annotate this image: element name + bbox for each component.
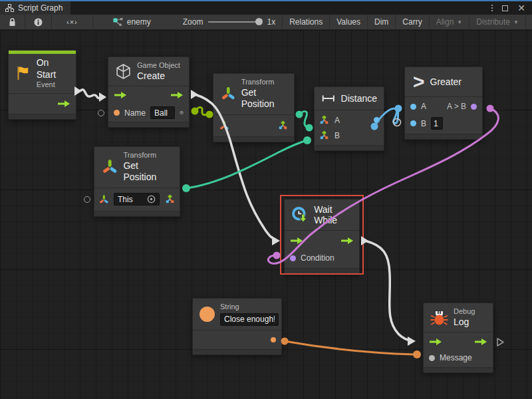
values-button[interactable]: Values [330, 15, 368, 29]
greater-output-port[interactable] [471, 104, 477, 110]
lock-icon [9, 18, 16, 27]
transform-input-port[interactable] [219, 120, 229, 131]
port-label-message: Message [440, 353, 472, 362]
node-create[interactable]: Game Object Create Name [108, 57, 190, 128]
port-label-condition: Condition [301, 253, 334, 263]
greater-input-a[interactable] [410, 104, 416, 110]
node-category: Debug [454, 307, 475, 317]
distribute-dropdown[interactable]: Distribute▼ [469, 15, 526, 29]
node-distance[interactable]: Distance A [314, 86, 384, 151]
info-icon [34, 18, 43, 27]
result-label: A > B [447, 102, 466, 111]
node-category: Game Object [137, 61, 180, 70]
carry-button[interactable]: Carry [396, 15, 429, 29]
inspect-button[interactable] [25, 15, 52, 29]
gameobject-output-port[interactable] [180, 107, 184, 118]
tab-script-graph[interactable]: Script Graph [0, 1, 70, 15]
flag-icon [14, 65, 31, 82]
graph-reference-icon [113, 17, 123, 27]
string-value-field[interactable] [220, 313, 279, 326]
port-label-b: B [421, 119, 426, 128]
distance-output-port[interactable] [374, 117, 380, 123]
relations-button[interactable]: Relations [283, 15, 330, 29]
dim-button[interactable]: Dim [368, 15, 396, 29]
zoom-slider-handle[interactable] [255, 18, 263, 25]
node-string[interactable]: String [192, 298, 282, 355]
vector3-input-port-a[interactable] [319, 114, 330, 126]
distance-icon [321, 94, 336, 103]
chevron-down-icon: ▼ [457, 19, 462, 25]
port-label: Name [124, 108, 146, 118]
node-title: Greater [430, 76, 462, 87]
window-controls: ✕ [491, 1, 532, 15]
chevron-down-icon: ▼ [513, 19, 519, 25]
target-value: This [118, 195, 144, 204]
object-picker-icon[interactable] [147, 195, 156, 203]
window-menu-icon[interactable] [491, 5, 493, 11]
string-circle-icon [200, 307, 215, 322]
node-get-position-a[interactable]: Transform Get Position [213, 73, 295, 142]
control-output-port[interactable] [57, 100, 70, 108]
zoom-value: 1x [267, 17, 275, 27]
code-view-button[interactable]: ‹×› [52, 15, 93, 29]
node-title: Get Position [241, 87, 287, 110]
control-input-port[interactable] [290, 237, 303, 245]
node-title: Wait While [314, 204, 352, 225]
vector3-output-port[interactable] [164, 194, 176, 205]
node-title: Distance [341, 93, 377, 104]
node-title: On Start [37, 57, 70, 80]
align-dropdown[interactable]: Align▼ [430, 15, 470, 29]
transform-icon [101, 158, 118, 176]
vector3-input-port-b[interactable] [319, 130, 330, 141]
transform-icon [220, 85, 236, 102]
unconnected-port-indicator[interactable] [98, 110, 104, 116]
unconnected-control-indicator[interactable] [496, 337, 505, 347]
transform-input-port[interactable] [98, 194, 109, 205]
node-wait-while[interactable]: Wait While Condition [284, 199, 360, 274]
code-icon: ‹×› [66, 18, 78, 26]
overview-button[interactable]: Overview [526, 15, 532, 29]
graph-canvas[interactable]: On Start Event [0, 30, 532, 399]
node-category: Transform [241, 78, 287, 87]
name-input-port[interactable] [114, 110, 120, 116]
control-output-port[interactable] [340, 237, 354, 245]
node-title: Get Position [123, 160, 173, 184]
zoom-label: Zoom [183, 17, 203, 27]
vector3-output-port[interactable] [277, 120, 289, 131]
node-get-position-b[interactable]: Transform Get Position This [94, 146, 180, 217]
graph-toolbar: ‹×› enemy Zoom 1x Relations Values Dim C… [0, 15, 532, 30]
port-label-a: A [334, 116, 340, 125]
condition-input-port[interactable] [290, 255, 296, 261]
control-input-port[interactable] [429, 338, 442, 346]
message-input-port[interactable] [429, 355, 435, 361]
greater-input-b[interactable] [410, 120, 416, 126]
string-output-port[interactable] [271, 337, 276, 342]
node-title: Log [454, 317, 475, 329]
target-value-field[interactable]: This [114, 193, 160, 205]
zoom-control: Zoom 1x [176, 15, 282, 29]
zoom-slider[interactable] [208, 21, 261, 23]
control-output-port[interactable] [170, 91, 184, 99]
maximize-icon[interactable] [502, 5, 508, 11]
control-output-port[interactable] [474, 338, 487, 346]
clock-wait-icon [291, 205, 309, 225]
node-title: String [220, 303, 279, 312]
tab-title: Script Graph [18, 3, 63, 13]
node-greater[interactable]: > Greater A A > B B [404, 66, 483, 140]
node-on-start[interactable]: On Start Event [8, 50, 76, 120]
control-input-port[interactable] [114, 91, 127, 99]
graph-reference-label: enemy [127, 17, 151, 27]
node-subtitle: Event [37, 80, 70, 90]
tab-bar: Script Graph ✕ [0, 1, 532, 15]
lock-button[interactable] [0, 15, 25, 29]
script-graph-window: Script Graph ✕ ‹×› [0, 0, 532, 399]
greater-than-icon: > [413, 72, 425, 92]
graph-reference[interactable]: enemy [106, 15, 158, 29]
node-category: Transform [123, 151, 173, 160]
node-title: Create [137, 70, 180, 82]
close-icon[interactable]: ✕ [517, 3, 525, 13]
unconnected-port-indicator[interactable] [84, 196, 90, 203]
b-value-field[interactable] [431, 117, 443, 130]
name-value-field[interactable] [150, 106, 175, 119]
node-debug-log[interactable]: Debug Log [423, 303, 493, 373]
